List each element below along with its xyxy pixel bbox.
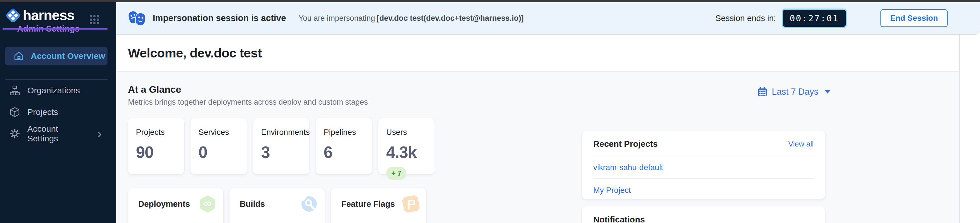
glance-title: At a Glance	[128, 84, 959, 95]
sidebar: harness Admin Settings A	[0, 2, 116, 223]
sidebar-accent-divider	[3, 28, 108, 30]
sidebar-item-projects[interactable]: Projects	[0, 101, 116, 123]
sidebar-item-label: Account Overview	[31, 51, 105, 61]
users-delta-badge: + 7	[386, 167, 406, 180]
module-card-feature-flags[interactable]: Feature Flags	[331, 188, 426, 223]
cube-icon	[9, 107, 21, 118]
banner-title: Impersonation session is active	[153, 13, 286, 23]
harness-logo-icon	[5, 7, 22, 24]
sidebar-item-account-settings[interactable]: Account Settings ›	[0, 123, 116, 145]
caret-down-icon	[825, 90, 830, 94]
session-timer: 00:27:01	[782, 8, 847, 28]
module-card-builds[interactable]: Builds	[229, 188, 325, 223]
metric-label: Services	[199, 128, 247, 137]
metric-label: Users	[386, 128, 434, 137]
sidebar-item-label: Projects	[27, 107, 58, 117]
metric-label: Projects	[136, 128, 184, 137]
view-all-link[interactable]: View all	[788, 140, 814, 148]
recent-projects-card: Recent Projects View all vikram-sahu-def…	[582, 131, 825, 199]
project-link[interactable]: vikram-sahu-default	[593, 156, 814, 178]
impersonation-banner: Impersonation session is active You are …	[116, 2, 980, 35]
metric-card-pipelines[interactable]: Pipelines 6	[316, 118, 372, 174]
metric-card-projects[interactable]: Projects 90	[128, 118, 184, 174]
notifications-title: Notifications	[593, 215, 645, 223]
module-card-deployments[interactable]: Deployments ∞	[128, 188, 223, 223]
calendar-icon	[757, 87, 767, 97]
cd-icon: ∞	[199, 195, 216, 213]
sidebar-item-label: Account Settings	[27, 124, 91, 143]
metric-card-services[interactable]: Services 0	[191, 118, 247, 174]
scrollbar-gutter	[960, 35, 980, 223]
metric-value: 4.3k	[386, 144, 434, 161]
metric-value: 0	[199, 144, 247, 161]
harness-logo-text: harness	[23, 7, 74, 24]
sidebar-item-organizations[interactable]: Organizations	[0, 80, 116, 101]
recent-projects-title: Recent Projects	[593, 139, 658, 149]
sidebar-item-label: Organizations	[27, 86, 80, 95]
sidebar-item-account-overview[interactable]: Account Overview	[5, 47, 108, 65]
svg-text:∞: ∞	[203, 198, 212, 209]
module-label: Deployments	[138, 199, 190, 209]
module-label: Builds	[240, 199, 265, 209]
banner-message: You are impersonating[dev.doc test(dev.d…	[299, 14, 524, 23]
welcome-header: Welcome, dev.doc test	[116, 35, 959, 72]
metric-value: 90	[136, 144, 184, 161]
glance-section: At a Glance Metrics brings together depl…	[116, 72, 959, 223]
gear-icon	[9, 128, 21, 139]
metric-value: 3	[261, 144, 309, 161]
chevron-right-icon: ›	[98, 128, 102, 139]
metric-label: Pipelines	[324, 128, 372, 137]
top-strip	[0, 0, 980, 2]
module-label: Feature Flags	[341, 199, 395, 209]
metric-value: 6	[324, 144, 372, 161]
flag-icon	[402, 194, 420, 213]
session-ends-label: Session ends in:	[716, 14, 776, 23]
end-session-button[interactable]: End Session	[880, 10, 948, 27]
date-range-selector[interactable]: Last 7 Days	[757, 87, 830, 97]
org-chart-icon	[9, 85, 21, 96]
metric-card-users[interactable]: Users 4.3k + 7	[378, 118, 434, 174]
glance-subtitle: Metrics brings together deployments acro…	[128, 98, 959, 107]
date-range-label: Last 7 Days	[772, 87, 818, 97]
apps-grid-icon[interactable]	[89, 14, 100, 26]
metric-card-environments[interactable]: Environments 3	[253, 118, 309, 174]
page-title: Welcome, dev.doc test	[128, 46, 262, 61]
home-icon	[13, 50, 24, 62]
masks-icon	[128, 10, 146, 27]
metric-label: Environments	[261, 128, 309, 137]
project-link[interactable]: My Project	[593, 179, 814, 201]
notifications-card: Notifications	[582, 206, 825, 223]
ci-icon	[301, 196, 317, 212]
